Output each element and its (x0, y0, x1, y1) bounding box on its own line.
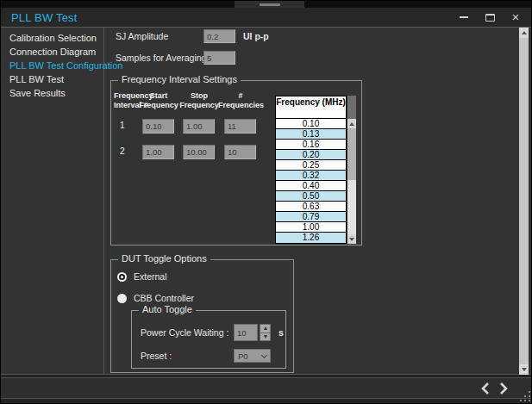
next-page-button[interactable] (498, 382, 509, 395)
prev-page-button[interactable] (479, 382, 490, 395)
frequency-interval-settings-title: Frequency Interval Settings (118, 74, 241, 84)
chevron-up-icon (522, 31, 527, 34)
radio-unselected-icon (117, 294, 127, 303)
interval-stop-input[interactable] (183, 119, 215, 134)
preset-dropdown[interactable]: P0 (234, 349, 271, 363)
sidebar-item-pll-bw-test[interactable]: PLL BW Test (1, 72, 103, 86)
frequency-table-row[interactable]: 0.63 (276, 202, 346, 212)
preset-label: Preset : (141, 349, 172, 363)
frequency-table-row[interactable]: 0.13 (276, 129, 346, 140)
samples-averaging-input[interactable] (203, 51, 235, 65)
frequency-table-row[interactable]: 1.00 (276, 222, 346, 233)
frequency-table-row[interactable]: 0.25 (276, 160, 346, 171)
interval-start-input[interactable] (142, 119, 174, 134)
window-title: PLL BW Test (11, 11, 78, 24)
radio-external[interactable]: External (117, 271, 167, 282)
bottom-bar (1, 377, 531, 399)
spin-down-icon (264, 335, 267, 339)
radio-external-label: External (134, 271, 167, 282)
dut-toggle-options-group: DUT Toggle Options External CBB Controll… (110, 259, 294, 373)
preset-value: P0 (235, 351, 262, 361)
frequency-interval-settings-group: Frequency Interval Settings Frequency In… (110, 80, 362, 246)
grip-icon (260, 3, 280, 6)
app-window: PLL BW Test × Calibration SelectionConne… (0, 0, 532, 404)
sidebar-item-pll-bw-test-configuration[interactable]: PLL BW Test Configuration (1, 59, 103, 72)
interval-row: 2 (111, 145, 266, 159)
interval-number: 1 (120, 121, 125, 130)
frequency-table-row[interactable]: 0.50 (276, 191, 346, 202)
maximize-button[interactable] (483, 10, 497, 24)
frequency-table-header: Frequency (MHz) (276, 96, 346, 119)
sidebar-nav: Calibration SelectionConnection DiagramP… (1, 28, 104, 374)
frequency-table-row[interactable]: 0.32 (276, 171, 346, 181)
chevron-right-icon (500, 382, 508, 395)
sidebar-item-save-results[interactable]: Save Results (1, 86, 103, 100)
chevron-down-icon (522, 368, 527, 371)
main-scrollbar[interactable] (519, 28, 529, 375)
frequency-table-body: 0.100.130.160.200.250.320.400.500.630.79… (276, 119, 346, 243)
sidebar-item-connection-diagram[interactable]: Connection Diagram (1, 45, 103, 59)
column-header-start-frequency: Start Frequency (138, 91, 179, 110)
body-area: Calibration SelectionConnection DiagramP… (1, 28, 531, 375)
auto-toggle-title: Auto Toggle (139, 304, 196, 314)
interval-number: 2 (120, 146, 125, 156)
dropdown-chevron-icon (261, 351, 267, 357)
frequency-table: Frequency (MHz) 0.100.130.160.200.250.32… (275, 96, 347, 244)
sidebar-item-calibration-selection[interactable]: Calibration Selection (1, 31, 103, 45)
window-controls: × (457, 8, 523, 27)
power-cycle-waiting-label: Power Cycle Waiting : (141, 326, 228, 339)
chevron-left-icon (481, 382, 489, 395)
auto-toggle-group: Auto Toggle Power Cycle Waiting : s Pres… (131, 310, 286, 369)
frequency-table-row[interactable]: 0.16 (276, 140, 346, 150)
column-header-stop-frequency: Stop Frequency (178, 91, 220, 110)
frequency-table-row[interactable]: 0.40 (276, 181, 346, 191)
radio-selected-icon (117, 272, 127, 282)
radio-cbb-controller[interactable]: CBB Controller (117, 293, 194, 303)
scroll-up-button[interactable] (347, 119, 356, 128)
chevron-up-icon (349, 122, 354, 126)
minimize-icon (460, 16, 468, 18)
spin-up-icon (264, 326, 267, 330)
content-panel: SJ Amplitude UI p-p Samples for Averagin… (105, 28, 519, 374)
samples-averaging-label: Samples for Averaging (116, 51, 206, 65)
radio-cbb-controller-label: CBB Controller (134, 293, 194, 303)
interval-row: 1 (111, 119, 266, 134)
power-cycle-waiting-input[interactable] (234, 324, 258, 341)
dut-toggle-options-title: DUT Toggle Options (118, 253, 210, 264)
sj-amplitude-unit: UI p-p (243, 29, 269, 43)
scrollbar-header-spacer (347, 96, 356, 119)
close-button[interactable]: × (509, 10, 523, 24)
scrollbar-thumb[interactable] (347, 128, 356, 180)
close-icon: × (512, 11, 520, 23)
interval-count-input[interactable] (224, 145, 256, 159)
spin-up-button[interactable] (260, 324, 271, 333)
interval-stop-input[interactable] (183, 145, 215, 159)
column-header-num-frequencies: # Frequencies (218, 91, 263, 110)
titlebar: PLL BW Test × (1, 8, 531, 28)
frequency-table-row[interactable]: 0.79 (276, 212, 346, 222)
scroll-down-button[interactable] (347, 234, 356, 244)
frequency-table-row[interactable]: 0.20 (276, 150, 346, 160)
frequency-table-row[interactable]: 0.10 (276, 119, 346, 129)
chevron-down-icon (349, 238, 354, 241)
main-scroll-down-button[interactable] (519, 364, 529, 375)
sj-amplitude-input[interactable] (203, 29, 235, 43)
interval-count-input[interactable] (224, 119, 256, 134)
frequency-table-scrollbar[interactable] (347, 96, 356, 244)
main-scroll-up-button[interactable] (519, 28, 529, 38)
power-cycle-waiting-unit: s (279, 326, 284, 339)
interval-start-input[interactable] (142, 145, 174, 159)
resize-grip[interactable] (520, 391, 531, 402)
drag-handle[interactable] (235, 1, 304, 8)
sj-amplitude-label: SJ Amplitude (116, 29, 168, 43)
frequency-table-row[interactable]: 1.26 (276, 233, 346, 243)
minimize-button[interactable] (457, 10, 471, 24)
spin-down-button[interactable] (260, 333, 271, 342)
maximize-icon (485, 14, 495, 22)
power-cycle-waiting-spinner (234, 324, 271, 341)
top-strip (1, 1, 531, 8)
